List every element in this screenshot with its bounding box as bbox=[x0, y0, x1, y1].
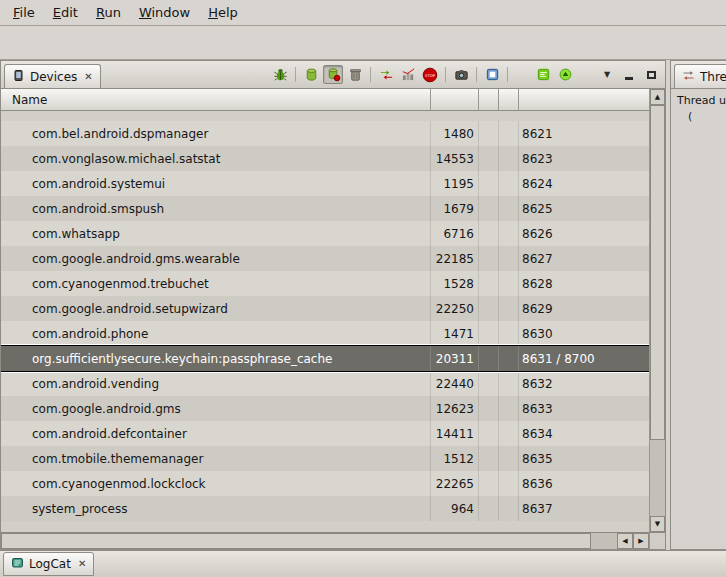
process-list: com.bel.android.dspmanager 1480 8621 com… bbox=[1, 111, 649, 532]
process-pid: 12623 bbox=[431, 396, 479, 421]
view-menu-icon[interactable]: ▼ bbox=[597, 65, 617, 84]
scroll-right-icon[interactable]: ▶ bbox=[633, 533, 649, 549]
process-row[interactable]: com.android.smspush 1679 8625 bbox=[1, 196, 649, 221]
process-row[interactable]: com.google.android.gms.wearable 22185 86… bbox=[1, 246, 649, 271]
toolbar-separator bbox=[507, 67, 508, 82]
process-row[interactable]: com.bel.android.dspmanager 1480 8621 bbox=[1, 121, 649, 146]
main-toolbar bbox=[0, 26, 726, 60]
tab-logcat[interactable]: LogCat ✕ bbox=[3, 552, 94, 576]
logcat-bar: LogCat ✕ bbox=[0, 550, 726, 577]
process-pid: 22440 bbox=[431, 371, 479, 396]
tab-devices-label: Devices bbox=[30, 70, 77, 84]
process-extra1 bbox=[479, 496, 499, 521]
process-extra2 bbox=[499, 396, 519, 421]
process-row[interactable]: com.cyanogenmod.lockclock 22265 8636 bbox=[1, 471, 649, 496]
process-row[interactable]: com.google.android.gms 12623 8633 bbox=[1, 396, 649, 421]
update-heap-icon[interactable] bbox=[301, 65, 321, 84]
process-port: 8621 bbox=[519, 121, 649, 146]
screen-capture-icon[interactable] bbox=[451, 65, 471, 84]
process-row[interactable]: com.google.android.setupwizard 22250 862… bbox=[1, 296, 649, 321]
tab-logcat-label: LogCat bbox=[29, 557, 71, 571]
column-header-port bbox=[519, 89, 649, 110]
close-icon[interactable]: ✕ bbox=[78, 559, 86, 569]
dump-hprof-icon[interactable] bbox=[323, 65, 343, 84]
process-name: com.vonglasow.michael.satstat bbox=[1, 146, 431, 171]
process-port: 8628 bbox=[519, 271, 649, 296]
column-header-extra2 bbox=[499, 89, 519, 110]
minimize-icon[interactable] bbox=[619, 65, 639, 84]
process-pid: 1195 bbox=[431, 171, 479, 196]
scroll-left-icon[interactable]: ◀ bbox=[617, 533, 633, 549]
process-extra2 bbox=[499, 421, 519, 446]
column-header-name[interactable]: Name bbox=[1, 89, 431, 110]
vertical-scroll-track bbox=[650, 440, 665, 516]
menu-item[interactable]: File bbox=[4, 1, 44, 24]
horizontal-scroll-track bbox=[591, 533, 617, 549]
tab-devices[interactable]: Devices ✕ bbox=[4, 64, 101, 89]
opengl-trace-icon[interactable] bbox=[555, 65, 575, 84]
process-port: 8629 bbox=[519, 296, 649, 321]
process-extra1 bbox=[479, 171, 499, 196]
menu-item[interactable]: Help bbox=[199, 1, 247, 24]
process-extra2 bbox=[499, 271, 519, 296]
toolbar-separator bbox=[295, 67, 296, 82]
stop-process-icon[interactable]: STOP bbox=[420, 65, 440, 84]
process-name: com.tmobile.thememanager bbox=[1, 446, 431, 471]
process-name: com.google.android.gms.wearable bbox=[1, 246, 431, 271]
logcat-icon bbox=[11, 556, 24, 572]
process-name: com.cyanogenmod.lockclock bbox=[1, 471, 431, 496]
debug-process-icon[interactable] bbox=[270, 65, 290, 84]
process-pid: 964 bbox=[431, 496, 479, 521]
process-pid: 1528 bbox=[431, 271, 479, 296]
scroll-up-icon[interactable]: ▲ bbox=[650, 89, 665, 105]
process-row[interactable]: com.android.systemui 1195 8624 bbox=[1, 171, 649, 196]
process-extra2 bbox=[499, 346, 519, 371]
process-pid: 1512 bbox=[431, 446, 479, 471]
process-extra2 bbox=[499, 246, 519, 271]
systrace-icon[interactable] bbox=[533, 65, 553, 84]
process-row[interactable]: com.android.defcontainer 14411 8634 bbox=[1, 421, 649, 446]
process-row[interactable]: com.android.phone 1471 8630 bbox=[1, 321, 649, 346]
horizontal-scrollbar: ◀ ▶ bbox=[1, 532, 665, 549]
process-row[interactable]: com.android.vending 22440 8632 bbox=[1, 371, 649, 396]
process-row[interactable]: org.sufficientlysecure.keychain:passphra… bbox=[1, 346, 649, 371]
process-row[interactable]: com.whatsapp 6716 8626 bbox=[1, 221, 649, 246]
process-extra2 bbox=[499, 121, 519, 146]
maximize-icon[interactable] bbox=[641, 65, 661, 84]
process-row[interactable]: com.tmobile.thememanager 1512 8635 bbox=[1, 446, 649, 471]
process-row[interactable]: com.cyanogenmod.trebuchet 1528 8628 bbox=[1, 271, 649, 296]
process-row[interactable]: com.vonglasow.michael.satstat 14553 8623 bbox=[1, 146, 649, 171]
menu-item[interactable]: Window bbox=[130, 1, 199, 24]
vertical-scroll-thumb[interactable] bbox=[650, 105, 665, 440]
column-header-pid bbox=[431, 89, 479, 110]
devices-panel: Devices ✕ bbox=[0, 60, 666, 550]
method-profiling-icon[interactable] bbox=[398, 65, 418, 84]
process-extra1 bbox=[479, 271, 499, 296]
tab-threads[interactable]: Threads bbox=[674, 64, 726, 89]
process-name: com.android.systemui bbox=[1, 171, 431, 196]
process-name: com.cyanogenmod.trebuchet bbox=[1, 271, 431, 296]
menu-bar: File Edit Run Window Help bbox=[0, 0, 726, 26]
cause-gc-icon[interactable] bbox=[345, 65, 365, 84]
ddms-window: { "menubar": { "items": [ { "label": "Fi… bbox=[0, 0, 726, 577]
menu-item[interactable]: Run bbox=[87, 1, 130, 24]
devices-tabbar: Devices ✕ bbox=[1, 61, 665, 89]
process-extra2 bbox=[499, 371, 519, 396]
close-icon[interactable]: ✕ bbox=[84, 72, 92, 82]
process-name: com.android.smspush bbox=[1, 196, 431, 221]
process-row[interactable]: system_process 964 8637 bbox=[1, 496, 649, 521]
scroll-down-icon[interactable]: ▼ bbox=[650, 516, 665, 532]
process-extra1 bbox=[479, 196, 499, 221]
update-threads-icon[interactable] bbox=[376, 65, 396, 84]
menu-item[interactable]: Edit bbox=[44, 1, 87, 24]
process-name: com.android.vending bbox=[1, 371, 431, 396]
column-header-extra1 bbox=[479, 89, 499, 110]
table-header: Name bbox=[1, 89, 649, 111]
process-port: 8637 bbox=[519, 496, 649, 521]
threads-tabbar: Threads bbox=[671, 61, 726, 89]
toolbar-separator bbox=[370, 67, 371, 82]
horizontal-scroll-thumb[interactable] bbox=[1, 533, 591, 549]
process-pid: 22185 bbox=[431, 246, 479, 271]
process-pid: 1480 bbox=[431, 121, 479, 146]
ui-automator-dump-icon[interactable] bbox=[482, 65, 502, 84]
